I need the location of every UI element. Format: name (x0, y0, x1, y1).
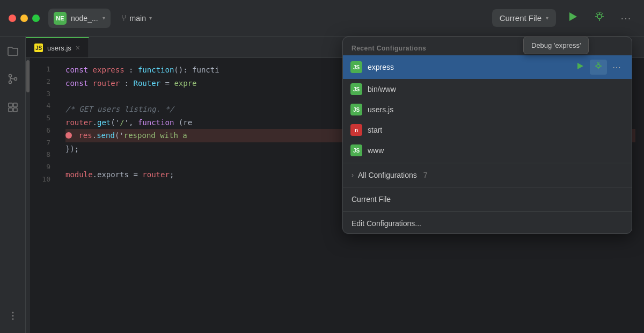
config-name-bin-www: bin/www (368, 85, 624, 93)
branch-icon: ⑂ (121, 13, 127, 23)
branch-chevron-icon: ▾ (149, 15, 152, 21)
svg-point-12 (9, 81, 11, 84)
svg-line-6 (596, 13, 598, 15)
more-options-button[interactable]: ⋯ (616, 10, 635, 27)
config-icon-users-js: JS (350, 104, 362, 115)
svg-point-18 (12, 312, 13, 314)
divider-1 (343, 163, 632, 163)
svg-point-1 (597, 15, 602, 19)
sidebar-icon-folder[interactable] (4, 43, 21, 62)
project-chevron-icon: ▾ (103, 15, 105, 21)
config-name-express: express (368, 63, 567, 71)
config-icon-express: JS (350, 61, 362, 73)
traffic-light-green[interactable] (32, 15, 40, 22)
more-options-icon: ⋯ (620, 12, 631, 24)
config-selector[interactable]: Current File ▾ (492, 9, 556, 27)
config-item-bin-www[interactable]: JS bin/www (343, 79, 632, 99)
branch-name: main (130, 14, 146, 23)
svg-marker-21 (577, 63, 583, 69)
current-file-item[interactable]: Current File (343, 190, 632, 209)
branch-selector[interactable]: ⑂ main ▾ (117, 10, 156, 26)
config-icon-www: JS (350, 144, 362, 156)
config-dropdown: Recent Configurations JS express (342, 37, 632, 234)
all-configs-count: 7 (423, 171, 428, 179)
project-icon: NE (54, 12, 67, 25)
tooltip-text: Debug 'express' (531, 41, 581, 49)
traffic-light-yellow[interactable] (20, 15, 28, 22)
edit-configs-label: Edit Configurations... (352, 219, 421, 228)
svg-point-10 (9, 75, 11, 77)
svg-line-27 (597, 62, 598, 63)
config-chevron-icon: ▾ (546, 15, 548, 21)
svg-marker-0 (569, 12, 577, 21)
current-file-label: Current File (352, 195, 391, 204)
config-more-button[interactable]: ⋯ (609, 60, 624, 75)
svg-point-11 (14, 78, 17, 81)
all-configs-label: All Configurations (358, 171, 417, 179)
sidebar-icon-git[interactable] (5, 70, 21, 90)
svg-point-19 (12, 315, 13, 317)
all-configurations-item[interactable]: › All Configurations 7 (343, 165, 632, 185)
svg-line-8 (598, 12, 598, 13)
svg-rect-17 (13, 108, 17, 112)
config-item-express[interactable]: JS express ⋯ (343, 55, 632, 79)
run-button[interactable] (562, 9, 583, 28)
traffic-light-red[interactable] (9, 15, 16, 22)
divider-2 (343, 187, 632, 187)
svg-rect-14 (9, 103, 12, 107)
config-name: Current File (500, 13, 541, 23)
tab-js-icon: JS (34, 44, 43, 52)
all-configs-chevron-icon: › (352, 171, 354, 179)
sidebar (0, 37, 26, 333)
config-name-www: www (368, 146, 624, 155)
divider-3 (343, 211, 632, 212)
config-run-button[interactable] (573, 60, 588, 75)
titlebar: NE node_... ▾ ⑂ main ▾ Current File ▾ (0, 0, 644, 37)
sidebar-icon-more[interactable] (5, 308, 21, 327)
config-name-users-js: users.js (368, 105, 624, 114)
config-item-start[interactable]: n start (343, 120, 632, 140)
svg-rect-15 (13, 103, 17, 107)
breakpoint-indicator (65, 132, 72, 139)
tab-close-button[interactable]: × (76, 44, 80, 52)
svg-line-9 (601, 12, 601, 13)
svg-point-20 (12, 318, 13, 320)
tab-users-js[interactable]: JS users.js × (26, 37, 89, 57)
config-icon-bin-www: JS (350, 83, 362, 95)
config-actions-express: ⋯ (573, 60, 624, 75)
config-debug-button[interactable] (590, 60, 607, 75)
svg-point-22 (597, 64, 600, 68)
config-icon-start: n (350, 124, 362, 136)
debug-tooltip: Debug 'express' (523, 37, 589, 54)
config-item-users-js[interactable]: JS users.js (343, 99, 632, 120)
project-selector[interactable]: NE node_... ▾ (48, 9, 111, 28)
tab-filename: users.js (47, 44, 71, 52)
sidebar-icon-plugins[interactable] (4, 99, 21, 119)
debug-button[interactable] (589, 9, 610, 27)
line-numbers: 1 2 3 4 5 6 7 8 9 10 (30, 58, 57, 333)
traffic-lights (9, 15, 40, 22)
svg-line-28 (599, 62, 599, 63)
svg-line-7 (601, 13, 603, 15)
scrollbar[interactable] (26, 58, 30, 333)
scrollbar-thumb (26, 60, 30, 92)
config-item-www[interactable]: JS www (343, 140, 632, 161)
edit-configurations-item[interactable]: Edit Configurations... (343, 214, 632, 233)
project-name: node_... (71, 14, 98, 23)
config-name-start: start (368, 126, 624, 134)
svg-rect-16 (9, 108, 12, 112)
